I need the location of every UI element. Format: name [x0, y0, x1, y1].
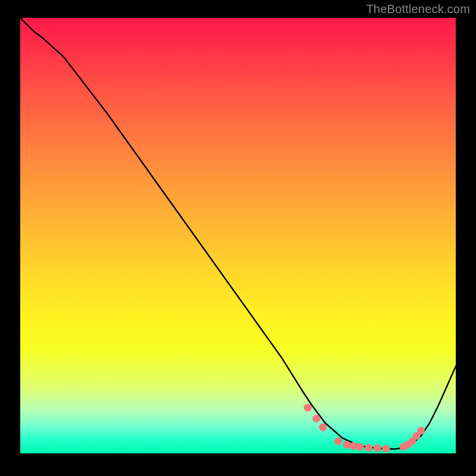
- chart-root: TheBottleneck.com: [0, 0, 476, 476]
- marker-dot: [343, 441, 351, 449]
- watermark-text: TheBottleneck.com: [366, 2, 470, 16]
- marker-dot: [417, 427, 425, 434]
- marker-dot: [304, 404, 312, 412]
- curve-markers: [304, 404, 425, 453]
- marker-dot: [312, 415, 320, 422]
- plot-area: [20, 18, 456, 453]
- curve-layer: [20, 18, 456, 453]
- marker-dot: [374, 444, 381, 452]
- marker-dot: [334, 437, 342, 445]
- marker-dot: [319, 424, 327, 431]
- marker-dot: [365, 444, 372, 452]
- marker-dot: [356, 443, 364, 451]
- marker-dot: [382, 444, 390, 452]
- marker-dot: [349, 442, 357, 450]
- bottleneck-curve: [20, 18, 456, 449]
